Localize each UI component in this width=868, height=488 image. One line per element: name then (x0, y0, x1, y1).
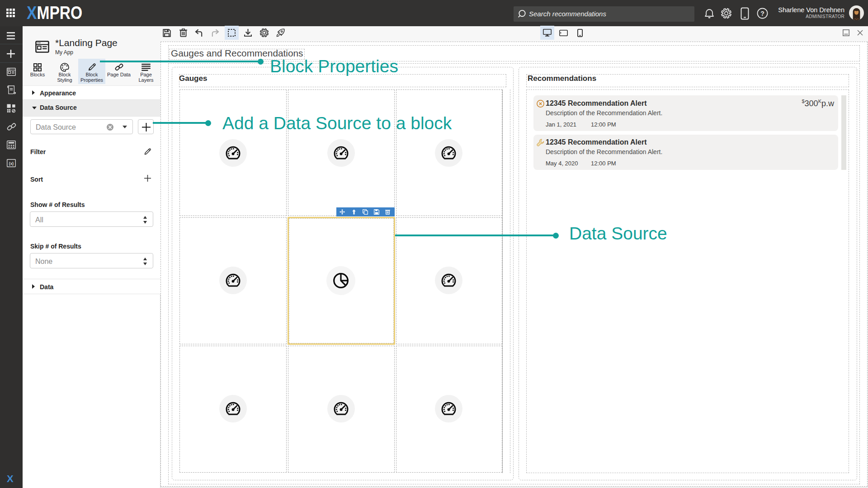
svg-text:?: ? (760, 10, 764, 17)
svg-text:(x): (x) (9, 161, 14, 166)
